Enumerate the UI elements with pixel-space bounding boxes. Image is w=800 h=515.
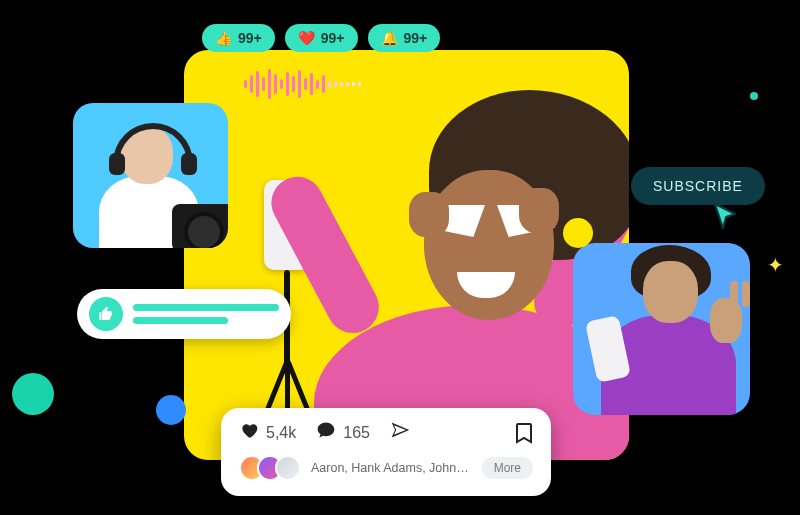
like-bubble [77, 289, 291, 339]
comment-icon [316, 420, 336, 445]
badge-bell: 🔔 99+ [368, 24, 441, 52]
decoration-dot [12, 373, 54, 415]
sparkle-icon: ✦ [767, 253, 784, 277]
comments-count[interactable]: 165 [316, 420, 370, 445]
thumbs-up-icon [89, 297, 123, 331]
share-icon [390, 420, 410, 445]
avatar [275, 455, 301, 481]
camera-icon [172, 204, 228, 248]
likes-value: 5,4k [266, 424, 296, 442]
audio-waveform-icon [244, 68, 361, 100]
badge-count: 99+ [404, 30, 428, 46]
share-button[interactable] [390, 420, 410, 445]
promo-stage: 👍 99+ ❤️ 99+ 🔔 99+ [0, 0, 800, 515]
creator-card-right [573, 243, 750, 415]
decoration-dot [156, 395, 186, 425]
bell-icon: 🔔 [381, 30, 398, 46]
badge-thumbs-up: 👍 99+ [202, 24, 275, 52]
comments-value: 165 [343, 424, 370, 442]
more-button[interactable]: More [482, 457, 533, 479]
bookmark-icon [515, 422, 533, 444]
hero-card [184, 50, 629, 460]
liked-by-avatars [239, 455, 301, 481]
badge-count: 99+ [321, 30, 345, 46]
placeholder-lines [133, 304, 279, 324]
heart-icon [239, 420, 259, 445]
subscribe-button[interactable]: SUBSCRIBE [631, 167, 765, 205]
reaction-badges: 👍 99+ ❤️ 99+ 🔔 99+ [202, 24, 440, 52]
headphones-icon [113, 123, 193, 167]
heart-icon: ❤️ [298, 30, 315, 46]
badge-count: 99+ [238, 30, 262, 46]
badge-heart: ❤️ 99+ [285, 24, 358, 52]
creator-card-left [73, 103, 228, 248]
engagement-bar: 5,4k 165 [221, 408, 551, 496]
bookmark-button[interactable] [515, 422, 533, 444]
decoration-dot [563, 218, 593, 248]
cursor-icon [713, 202, 739, 230]
liked-by-text: Aaron, Hank Adams, John, William... [311, 461, 472, 475]
decoration-dot [750, 92, 758, 100]
likes-count[interactable]: 5,4k [239, 420, 296, 445]
thumbs-up-icon: 👍 [215, 30, 232, 46]
